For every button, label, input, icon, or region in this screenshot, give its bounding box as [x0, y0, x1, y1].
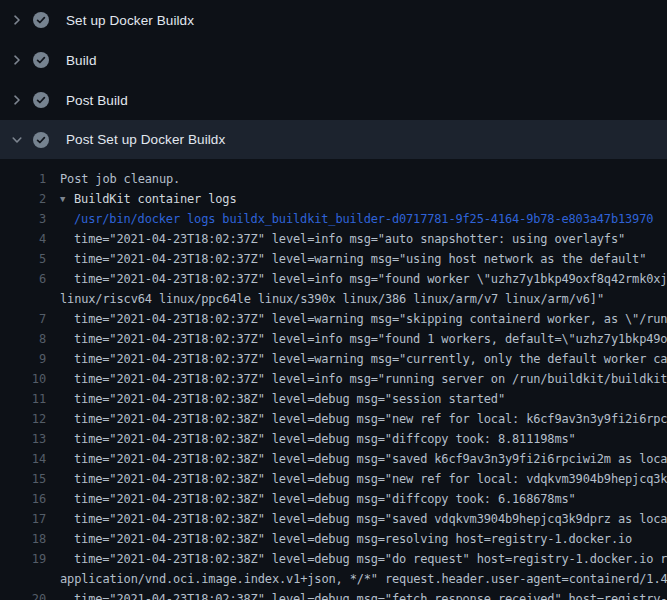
log-text: linux/riscv64 linux/ppc64le linux/s390x …	[60, 292, 604, 306]
line-number[interactable]: 10	[0, 372, 46, 386]
log-text: time="2021-04-23T18:02:37Z" level=info m…	[74, 232, 625, 246]
line-number[interactable]: 18	[0, 532, 46, 546]
line-number[interactable]: 2	[0, 192, 46, 206]
log-text: BuildKit container logs	[74, 192, 237, 206]
log-text: Post job cleanup.	[60, 172, 180, 186]
check-circle-icon	[33, 12, 49, 28]
log-text: time="2021-04-23T18:02:37Z" level=warnin…	[74, 252, 646, 266]
line-number[interactable]: 20	[0, 592, 46, 600]
log-line: 5 time="2021-04-23T18:02:37Z" level=warn…	[0, 249, 667, 269]
log-line: 20 time="2021-04-23T18:02:38Z" level=deb…	[0, 589, 667, 600]
step-row-1[interactable]: Build	[0, 40, 667, 80]
chevron-right-icon[interactable]	[9, 52, 25, 68]
log-line: 6 time="2021-04-23T18:02:37Z" level=info…	[0, 269, 667, 289]
log-text: time="2021-04-23T18:02:38Z" level=debug …	[74, 452, 667, 466]
step-label: Build	[66, 53, 97, 68]
line-number[interactable]: 15	[0, 472, 46, 486]
step-row-2[interactable]: Post Build	[0, 80, 667, 120]
chevron-down-icon[interactable]	[9, 132, 25, 148]
log-text: time="2021-04-23T18:02:37Z" level=info m…	[74, 372, 667, 386]
line-number[interactable]: 6	[0, 272, 46, 286]
log-viewer: 1 Post job cleanup. 2 ▼BuildKit containe…	[0, 159, 667, 600]
steps-list: Set up Docker Buildx Build P	[0, 0, 667, 159]
log-line: 10 time="2021-04-23T18:02:37Z" level=inf…	[0, 369, 667, 389]
line-number[interactable]: 9	[0, 352, 46, 366]
log-line: 14 time="2021-04-23T18:02:38Z" level=deb…	[0, 449, 667, 469]
log-text: time="2021-04-23T18:02:37Z" level=warnin…	[74, 312, 667, 326]
line-number[interactable]: 13	[0, 432, 46, 446]
log-line: 12 time="2021-04-23T18:02:38Z" level=deb…	[0, 409, 667, 429]
line-number[interactable]: 1	[0, 172, 46, 186]
log-line: linux/riscv64 linux/ppc64le linux/s390x …	[0, 289, 667, 309]
log-line: 7 time="2021-04-23T18:02:37Z" level=warn…	[0, 309, 667, 329]
log-text: time="2021-04-23T18:02:38Z" level=debug …	[74, 552, 667, 566]
log-line: 19 time="2021-04-23T18:02:38Z" level=deb…	[0, 549, 667, 569]
log-text: application/vnd.oci.image.index.v1+json,…	[60, 572, 667, 586]
step-label: Post Build	[66, 93, 128, 108]
chevron-right-icon[interactable]	[9, 92, 25, 108]
log-text: /usr/bin/docker logs buildx_buildkit_bui…	[74, 212, 653, 226]
step-label: Post Set up Docker Buildx	[66, 132, 225, 147]
line-number[interactable]: 12	[0, 412, 46, 426]
line-number[interactable]: 14	[0, 452, 46, 466]
log-line: 1 Post job cleanup.	[0, 169, 667, 189]
line-number[interactable]: 3	[0, 212, 46, 226]
log-text: time="2021-04-23T18:02:38Z" level=debug …	[74, 432, 576, 446]
log-text: time="2021-04-23T18:02:38Z" level=debug …	[74, 512, 667, 526]
log-line: 3 /usr/bin/docker logs buildx_buildkit_b…	[0, 209, 667, 229]
log-line: 13 time="2021-04-23T18:02:38Z" level=deb…	[0, 429, 667, 449]
log-line: 15 time="2021-04-23T18:02:38Z" level=deb…	[0, 469, 667, 489]
log-text: time="2021-04-23T18:02:37Z" level=info m…	[74, 332, 667, 346]
step-label: Set up Docker Buildx	[66, 13, 194, 28]
log-text: time="2021-04-23T18:02:38Z" level=debug …	[74, 392, 505, 406]
log-line: 17 time="2021-04-23T18:02:38Z" level=deb…	[0, 509, 667, 529]
line-number[interactable]: 16	[0, 492, 46, 506]
line-number[interactable]: 17	[0, 512, 46, 526]
log-text: time="2021-04-23T18:02:38Z" level=debug …	[74, 412, 667, 426]
line-number[interactable]: 11	[0, 392, 46, 406]
log-line: 16 time="2021-04-23T18:02:38Z" level=deb…	[0, 489, 667, 509]
log-line: 9 time="2021-04-23T18:02:37Z" level=warn…	[0, 349, 667, 369]
log-line: 11 time="2021-04-23T18:02:38Z" level=deb…	[0, 389, 667, 409]
line-number[interactable]: 8	[0, 332, 46, 346]
line-number[interactable]: 19	[0, 552, 46, 566]
log-line: 4 time="2021-04-23T18:02:37Z" level=info…	[0, 229, 667, 249]
check-circle-icon	[33, 92, 49, 108]
log-line: application/vnd.oci.image.index.v1+json,…	[0, 569, 667, 589]
log-text: time="2021-04-23T18:02:38Z" level=debug …	[74, 592, 667, 600]
check-circle-icon	[33, 52, 49, 68]
step-row-0[interactable]: Set up Docker Buildx	[0, 0, 667, 40]
chevron-right-icon[interactable]	[9, 12, 25, 28]
line-number[interactable]: 7	[0, 312, 46, 326]
log-group-toggle-icon[interactable]: ▼	[60, 194, 74, 204]
log-text: time="2021-04-23T18:02:38Z" level=debug …	[74, 492, 576, 506]
log-line: 18 time="2021-04-23T18:02:38Z" level=deb…	[0, 529, 667, 549]
log-line: 2 ▼BuildKit container logs	[0, 189, 667, 209]
log-line: 8 time="2021-04-23T18:02:37Z" level=info…	[0, 329, 667, 349]
step-row-3[interactable]: Post Set up Docker Buildx	[0, 120, 667, 159]
log-text: time="2021-04-23T18:02:37Z" level=info m…	[74, 272, 667, 286]
line-number[interactable]: 4	[0, 232, 46, 246]
log-text: time="2021-04-23T18:02:37Z" level=warnin…	[74, 352, 667, 366]
log-text: time="2021-04-23T18:02:38Z" level=debug …	[74, 472, 667, 486]
line-number[interactable]: 5	[0, 252, 46, 266]
log-text: time="2021-04-23T18:02:38Z" level=debug …	[74, 532, 632, 546]
check-circle-icon	[33, 132, 49, 148]
